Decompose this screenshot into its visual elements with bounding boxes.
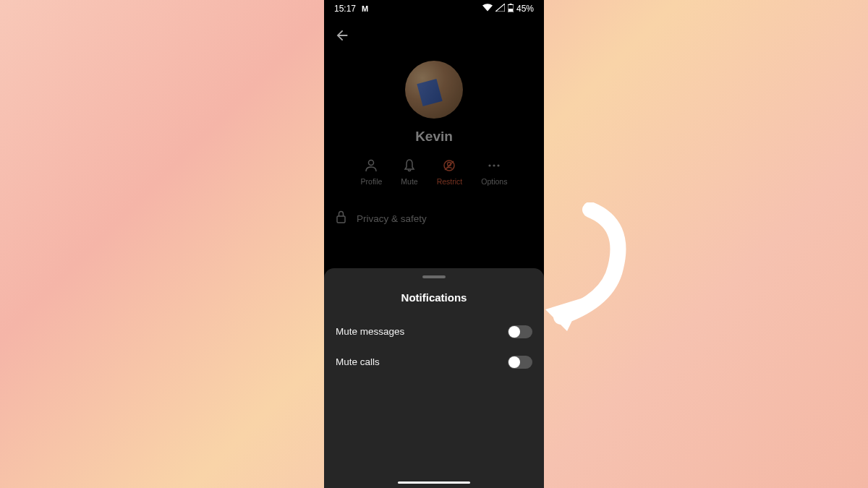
svg-point-7 — [489, 164, 491, 166]
profile-section: Kevin Profile Mute Restrict — [324, 17, 544, 186]
avatar[interactable] — [405, 61, 463, 119]
profile-action[interactable]: Profile — [361, 158, 383, 186]
restrict-label: Restrict — [437, 177, 463, 186]
action-row: Profile Mute Restrict Options — [361, 158, 508, 186]
clock: 15:17 — [334, 4, 356, 14]
annotation-arrow — [532, 202, 634, 335]
sheet-title: Notifications — [324, 291, 544, 304]
drag-handle[interactable] — [422, 275, 446, 278]
signal-icon — [495, 4, 505, 14]
svg-point-8 — [493, 164, 495, 166]
mute-calls-row: Mute calls — [324, 347, 544, 377]
svg-point-3 — [369, 160, 374, 166]
wifi-icon — [482, 4, 493, 14]
restrict-icon — [442, 158, 456, 174]
svg-rect-10 — [337, 216, 345, 223]
profile-label: Profile — [361, 177, 383, 186]
mute-messages-toggle[interactable] — [508, 325, 532, 338]
nav-bar-handle[interactable] — [398, 481, 470, 484]
privacy-safety-row[interactable]: Privacy & safety — [324, 210, 544, 226]
lock-icon — [336, 210, 346, 226]
mute-calls-toggle[interactable] — [508, 356, 532, 369]
mute-label: Mute — [401, 177, 417, 186]
privacy-label: Privacy & safety — [357, 213, 427, 224]
more-icon — [487, 158, 501, 174]
options-label: Options — [481, 177, 507, 186]
mute-action[interactable]: Mute — [401, 158, 417, 186]
bell-icon — [402, 158, 417, 174]
battery-percent: 45% — [516, 4, 534, 14]
person-icon — [364, 158, 378, 174]
notifications-sheet: Notifications Mute messages Mute calls — [324, 268, 544, 488]
svg-point-9 — [498, 164, 500, 166]
restrict-action[interactable]: Restrict — [437, 158, 463, 186]
options-action[interactable]: Options — [481, 158, 507, 186]
mute-messages-label: Mute messages — [336, 326, 404, 337]
battery-icon — [508, 4, 514, 14]
mute-messages-row: Mute messages — [324, 317, 544, 347]
profile-name: Kevin — [415, 129, 453, 145]
svg-rect-2 — [509, 9, 513, 12]
status-bar: 15:17 M 45% — [324, 0, 544, 17]
mute-calls-label: Mute calls — [336, 356, 380, 367]
gmail-icon: M — [362, 4, 367, 13]
phone-frame: 15:17 M 45% Kevin Profile — [324, 0, 544, 488]
